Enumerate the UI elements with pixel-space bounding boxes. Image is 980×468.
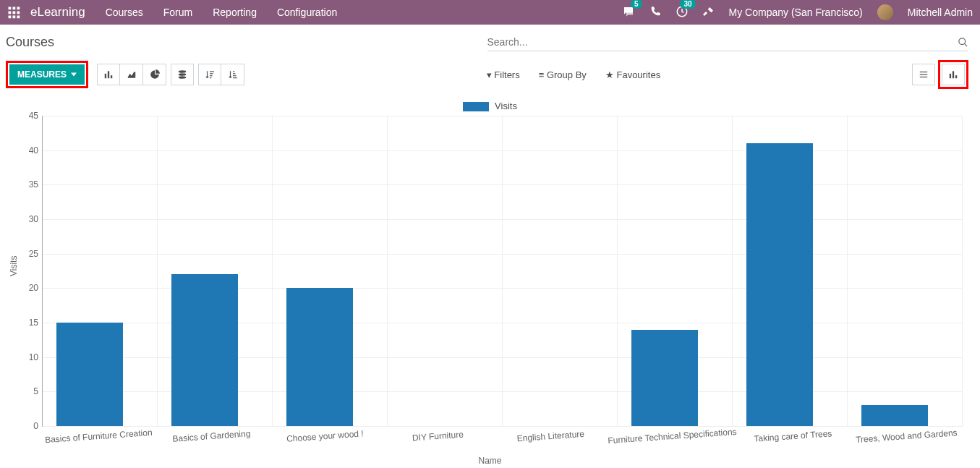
svg-rect-5 (17, 12, 20, 14)
y-tick: 40 (20, 145, 38, 156)
svg-rect-0 (9, 7, 12, 10)
search-icon[interactable] (958, 37, 968, 48)
y-tick: 5 (20, 386, 38, 396)
graph-view-icon[interactable] (942, 64, 965, 85)
brand[interactable]: eLearning (30, 5, 85, 20)
caret-down-icon (71, 72, 77, 77)
y-axis-title: Visits (9, 256, 19, 276)
svg-point-17 (179, 76, 187, 79)
svg-point-15 (179, 70, 187, 73)
apps-icon[interactable] (7, 6, 20, 19)
favourites-button[interactable]: ★ Favourites (605, 69, 660, 80)
svg-point-16 (179, 73, 187, 76)
svg-rect-13 (108, 71, 109, 78)
svg-rect-31 (955, 75, 957, 78)
tools-icon[interactable] (703, 6, 715, 20)
view-switcher (912, 60, 968, 89)
svg-rect-2 (17, 7, 20, 10)
legend-label: Visits (495, 101, 517, 111)
stacked-icon[interactable] (171, 64, 194, 85)
pie-chart-icon[interactable] (143, 64, 166, 85)
bar[interactable] (631, 330, 698, 426)
svg-line-11 (964, 43, 967, 46)
svg-rect-12 (105, 74, 106, 78)
svg-rect-29 (950, 74, 951, 78)
company-switcher[interactable]: My Company (San Francisco) (729, 7, 863, 18)
x-labels: Basics of Furniture CreationBasics of Ga… (42, 427, 963, 441)
nav-forum[interactable]: Forum (163, 7, 192, 18)
groupby-label: Group By (547, 69, 587, 80)
filters-button[interactable]: ▾ Filters (487, 69, 520, 80)
bar[interactable] (286, 288, 353, 426)
x-axis-title: Name (13, 456, 967, 466)
topbar-right: 5 30 My Company (San Francisco) Mitchell… (622, 4, 973, 20)
bar[interactable] (56, 323, 123, 426)
y-tick: 15 (20, 318, 38, 328)
y-tick: 20 (20, 283, 38, 293)
y-tick: 45 (20, 111, 38, 121)
plot-area: 051015202530354045 (42, 116, 963, 427)
y-tick: 0 (20, 421, 38, 431)
groupby-button[interactable]: ≡ Group By (539, 69, 587, 80)
phone-icon[interactable] (649, 6, 661, 20)
nav-reporting[interactable]: Reporting (213, 7, 257, 18)
nav-menu: Courses Forum Reporting Configuration (106, 7, 338, 18)
measures-button[interactable]: MEASURES (9, 64, 85, 85)
svg-rect-1 (13, 7, 16, 10)
chart: Visits Visits 051015202530354045 Basics … (0, 96, 980, 468)
clock-badge: 30 (680, 0, 695, 9)
favourites-label: Favourites (616, 69, 660, 80)
y-tick: 25 (20, 249, 38, 259)
bar[interactable] (746, 143, 813, 426)
avatar[interactable] (877, 4, 893, 20)
bar[interactable] (861, 405, 928, 426)
line-chart-icon[interactable] (120, 64, 143, 85)
search-input[interactable] (487, 33, 958, 51)
svg-point-10 (959, 38, 966, 44)
measures-label: MEASURES (17, 69, 67, 80)
highlight-measures: MEASURES (6, 61, 88, 88)
nav-courses[interactable]: Courses (106, 7, 143, 18)
svg-rect-8 (17, 16, 20, 19)
nav-configuration[interactable]: Configuration (277, 7, 337, 18)
svg-rect-14 (111, 75, 112, 78)
clock-icon[interactable]: 30 (676, 5, 689, 20)
messages-badge: 5 (631, 0, 642, 9)
search-wrap (487, 33, 969, 51)
sort-asc-icon[interactable] (221, 64, 244, 85)
page-title: Courses (6, 35, 54, 50)
toolbar: MEASURES ▾ Filters ≡ Group By ★ Favourit… (0, 53, 980, 96)
sort-group (198, 64, 244, 85)
svg-rect-7 (13, 16, 16, 19)
y-tick: 10 (20, 352, 38, 362)
svg-rect-6 (9, 16, 12, 19)
chart-legend: Visits (13, 98, 967, 116)
filters-label: Filters (494, 69, 519, 80)
sort-desc-icon[interactable] (198, 64, 221, 85)
bar-chart-icon[interactable] (97, 64, 120, 85)
stack-group (171, 64, 194, 85)
highlight-graph-view (938, 60, 968, 89)
svg-rect-4 (13, 12, 16, 14)
bar[interactable] (171, 274, 238, 426)
top-nav: eLearning Courses Forum Reporting Config… (0, 0, 980, 25)
y-tick: 35 (20, 179, 38, 190)
chart-type-group (97, 64, 166, 85)
filter-bar: ▾ Filters ≡ Group By ★ Favourites (487, 69, 660, 80)
messages-icon[interactable]: 5 (622, 5, 635, 20)
legend-swatch (463, 102, 489, 111)
breadcrumb-row: Courses (0, 25, 980, 53)
y-tick: 30 (20, 214, 38, 224)
user-name[interactable]: Mitchell Admin (908, 7, 973, 18)
svg-rect-3 (9, 12, 12, 14)
list-view-icon[interactable] (912, 64, 935, 85)
svg-rect-30 (953, 71, 954, 78)
